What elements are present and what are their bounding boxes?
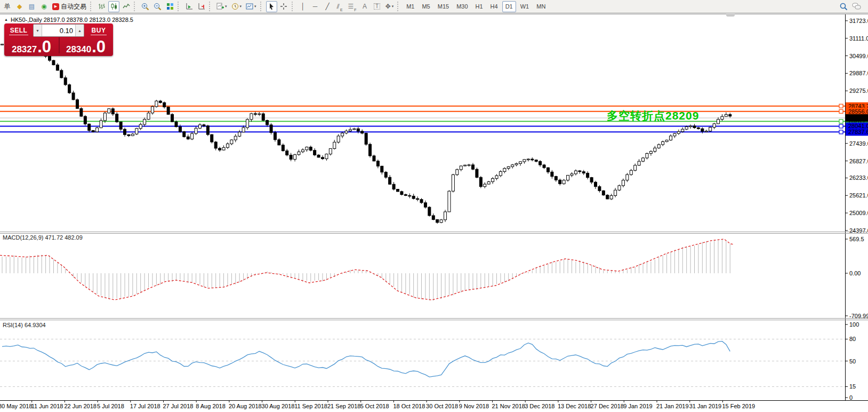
zoom-in-icon[interactable]	[140, 1, 151, 12]
data-window-icon[interactable]: ▤	[26, 1, 37, 12]
search-icon[interactable]	[838, 1, 849, 12]
candlestick-chart-icon[interactable]	[108, 1, 119, 12]
svg-text:28328.5: 28328.5	[848, 115, 868, 121]
timeframe-m15[interactable]: M15	[435, 1, 452, 12]
svg-text:27837.6: 27837.6	[848, 129, 868, 135]
chart-annotation-text[interactable]: 多空转折点28209	[607, 108, 699, 123]
auto-scroll-icon[interactable]	[183, 1, 195, 12]
toolbar-separator	[292, 2, 295, 11]
toolbar-group-zoom	[139, 1, 176, 12]
svg-text:30 Aug 2018: 30 Aug 2018	[262, 403, 295, 409]
svg-text:100: 100	[849, 321, 859, 328]
svg-text:30 Oct 2018: 30 Oct 2018	[426, 403, 458, 409]
tile-windows-icon[interactable]	[164, 1, 175, 12]
svg-text:5 Jul 2018: 5 Jul 2018	[97, 403, 124, 409]
horizontal-line-icon[interactable]: ─	[310, 1, 321, 12]
rsi-indicator-label: RSI(14) 64.9304	[3, 322, 46, 328]
new-order-button[interactable]: 单	[2, 1, 13, 12]
equidistant-channel-icon[interactable]: ⫽E	[334, 1, 345, 12]
signal-icon[interactable]: ◉	[38, 1, 50, 12]
toolbar-separator	[134, 2, 137, 11]
svg-text:0.00: 0.00	[849, 270, 861, 276]
toolbar-separator	[90, 2, 93, 11]
svg-text:30499.0: 30499.0	[849, 53, 868, 59]
timeframe-w1[interactable]: W1	[517, 1, 533, 12]
timeframe-m5[interactable]: M5	[419, 1, 433, 12]
svg-text:28556.0: 28556.0	[848, 108, 868, 115]
toolbar: 单◆▤◉▶自动交易▾▾▾│─╱⫽E☰FAT✥▾M1M5M15M30H1H4D1W…	[0, 0, 868, 13]
chat-icon[interactable]	[850, 1, 863, 12]
autotrading-icon: ▶	[52, 3, 59, 10]
text-label-icon[interactable]: T	[372, 1, 383, 12]
periods-icon[interactable]: ▾	[230, 1, 244, 12]
line-chart-icon[interactable]	[120, 1, 132, 12]
toolbar-group-file: 单◆▤◉▶自动交易	[1, 1, 89, 12]
volume-increase-button[interactable]: ▲	[75, 25, 84, 36]
chart-canvas[interactable]: 31723.031111.030499.029887.029275.027439…	[0, 0, 868, 412]
bar-chart-icon[interactable]	[96, 1, 107, 12]
toolbar-separator	[178, 2, 181, 11]
svg-text:26827.0: 26827.0	[849, 158, 868, 164]
chart-shift-icon[interactable]	[196, 1, 207, 12]
svg-text:25621.0: 25621.0	[849, 192, 868, 199]
svg-text:26233.0: 26233.0	[849, 175, 868, 181]
svg-text:21 Sep 2018: 21 Sep 2018	[327, 403, 360, 409]
svg-text:15: 15	[849, 383, 856, 390]
window-grip[interactable]	[726, 14, 735, 17]
toolbar-group-scroll	[183, 1, 207, 12]
timeframe-h1[interactable]: H1	[472, 1, 486, 12]
crosshair-icon[interactable]	[278, 1, 290, 12]
text-icon[interactable]: A	[359, 1, 371, 12]
svg-text:29887.0: 29887.0	[849, 70, 868, 76]
svg-text:3 Dec 2018: 3 Dec 2018	[525, 403, 554, 409]
svg-text:569.5: 569.5	[849, 236, 864, 242]
timeframe-m30[interactable]: M30	[453, 1, 471, 12]
svg-text:27 Jul 2018: 27 Jul 2018	[163, 403, 194, 409]
svg-text:25009.0: 25009.0	[849, 210, 868, 216]
toolbar-group-timeframes: M1M5M15M30H1H4D1W1MN	[403, 1, 549, 12]
svg-text:50: 50	[849, 358, 856, 365]
svg-text:24397.0: 24397.0	[849, 227, 868, 234]
volume-stepper: ▼ ▲	[33, 24, 84, 37]
toolbar-separator	[260, 2, 263, 11]
svg-text:-709.99: -709.99	[849, 313, 868, 319]
templates-icon[interactable]: ▾	[244, 1, 258, 12]
svg-text:11 Sep 2018: 11 Sep 2018	[294, 403, 327, 409]
zoom-out-icon[interactable]	[152, 1, 163, 12]
svg-text:5 Oct 2018: 5 Oct 2018	[360, 403, 389, 409]
timeframe-h4[interactable]: H4	[487, 1, 501, 12]
svg-text:21 Jan 2019: 21 Jan 2019	[656, 403, 689, 409]
cursor-icon[interactable]	[266, 1, 277, 12]
toolbar-group-chart-type	[95, 1, 132, 12]
arrows-icon[interactable]: ✥▾	[384, 1, 396, 12]
autotrading-button[interactable]: ▶自动交易	[51, 1, 88, 12]
buy-button[interactable]: BUY	[84, 27, 113, 34]
svg-text:31723.0: 31723.0	[849, 18, 868, 24]
svg-text:30 May 2018: 30 May 2018	[0, 403, 33, 409]
svg-text:27 Dec 2018: 27 Dec 2018	[591, 403, 624, 409]
trendline-icon[interactable]: ╱	[322, 1, 333, 12]
svg-text:22 Jun 2018: 22 Jun 2018	[64, 403, 97, 409]
timeframe-m1[interactable]: M1	[403, 1, 417, 12]
buy-price[interactable]: 28340.0	[59, 37, 113, 56]
svg-text:11 Jun 2018: 11 Jun 2018	[31, 403, 63, 409]
toolbar-group-draw: │─╱⫽E☰FAT✥▾	[297, 1, 396, 12]
volume-input[interactable]	[42, 25, 75, 36]
indicators-icon[interactable]: ▾	[215, 1, 229, 12]
volume-decrease-button[interactable]: ▼	[34, 25, 42, 36]
sell-price[interactable]: 28327.0	[4, 37, 59, 56]
collapse-icon[interactable]: ▲	[4, 18, 8, 21]
svg-text:27439.0: 27439.0	[849, 140, 868, 147]
svg-text:20 Aug 2018: 20 Aug 2018	[229, 403, 262, 409]
market-watch-icon[interactable]: ◆	[14, 1, 25, 12]
svg-text:80: 80	[849, 336, 856, 342]
sell-button[interactable]: SELL	[4, 27, 33, 34]
fibonacci-icon[interactable]: ☰F	[347, 1, 358, 12]
toolbar-group-objects: ▾▾▾	[214, 1, 259, 12]
vertical-line-icon[interactable]: │	[298, 1, 309, 12]
timeframe-d1[interactable]: D1	[502, 1, 516, 12]
one-click-trading-panel: SELL ▼ ▲ BUY 28327.0 28340.0	[4, 23, 113, 56]
macd-indicator-label: MACD(12,26,9) 471.72 482.09	[3, 234, 83, 241]
toolbar-separator	[209, 2, 212, 11]
timeframe-mn[interactable]: MN	[533, 1, 549, 12]
